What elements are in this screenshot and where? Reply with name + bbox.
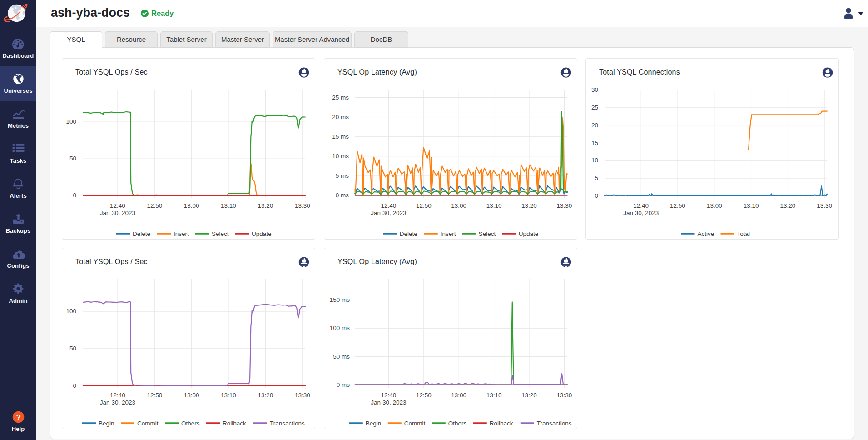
svg-text:12:40: 12:40 bbox=[381, 392, 397, 399]
svg-text:20: 20 bbox=[591, 122, 598, 129]
svg-text:13:20: 13:20 bbox=[258, 392, 273, 399]
svg-text:10 ms: 10 ms bbox=[332, 153, 349, 160]
svg-text:13:30: 13:30 bbox=[295, 202, 310, 209]
svg-text:15 ms: 15 ms bbox=[332, 133, 349, 140]
svg-text:Jan 30, 2023: Jan 30, 2023 bbox=[371, 210, 406, 216]
svg-text:0 ms: 0 ms bbox=[336, 192, 349, 199]
svg-text:YSQL Op Latency (Avg): YSQL Op Latency (Avg) bbox=[337, 258, 417, 265]
svg-text:20 ms: 20 ms bbox=[332, 114, 349, 120]
svg-text:25 ms: 25 ms bbox=[332, 94, 349, 101]
svg-text:5 ms: 5 ms bbox=[336, 172, 349, 179]
svg-text:100: 100 bbox=[66, 308, 76, 315]
svg-text:13:20: 13:20 bbox=[521, 202, 537, 209]
svg-text:5: 5 bbox=[595, 175, 598, 181]
svg-text:Total YSQL Connections: Total YSQL Connections bbox=[599, 68, 680, 76]
svg-text:13:30: 13:30 bbox=[295, 392, 310, 399]
svg-text:Begin: Begin bbox=[366, 420, 382, 427]
svg-text:13:20: 13:20 bbox=[780, 202, 796, 209]
svg-text:Commit: Commit bbox=[137, 420, 159, 427]
svg-text:13:00: 13:00 bbox=[451, 392, 466, 399]
svg-text:Total: Total bbox=[737, 230, 750, 237]
svg-text:Jan 30, 2023: Jan 30, 2023 bbox=[623, 210, 659, 216]
svg-text:?: ? bbox=[16, 413, 20, 421]
svg-text:30: 30 bbox=[591, 86, 598, 93]
svg-text:12:50: 12:50 bbox=[670, 202, 685, 209]
svg-text:0: 0 bbox=[73, 382, 76, 389]
svg-text:50: 50 bbox=[69, 155, 76, 162]
svg-text:15: 15 bbox=[591, 140, 598, 146]
svg-text:0: 0 bbox=[595, 192, 598, 199]
svg-text:12:50: 12:50 bbox=[147, 202, 162, 209]
svg-text:Delete: Delete bbox=[133, 230, 150, 237]
svg-text:150 ms: 150 ms bbox=[330, 296, 350, 303]
svg-text:13:30: 13:30 bbox=[557, 202, 572, 209]
svg-text:13:10: 13:10 bbox=[744, 202, 759, 209]
svg-text:12:50: 12:50 bbox=[416, 392, 432, 399]
svg-text:13:10: 13:10 bbox=[486, 202, 502, 209]
svg-text:50: 50 bbox=[69, 345, 76, 352]
svg-text:13:20: 13:20 bbox=[521, 392, 537, 399]
svg-text:13:00: 13:00 bbox=[707, 202, 722, 209]
svg-text:12:40: 12:40 bbox=[110, 392, 125, 399]
svg-text:12:50: 12:50 bbox=[147, 392, 162, 399]
svg-text:13:00: 13:00 bbox=[184, 392, 199, 399]
svg-text:Update: Update bbox=[519, 230, 539, 237]
svg-text:0: 0 bbox=[73, 192, 76, 199]
svg-text:Insert: Insert bbox=[441, 230, 456, 237]
svg-text:Delete: Delete bbox=[400, 230, 417, 237]
svg-text:13:30: 13:30 bbox=[557, 392, 572, 399]
svg-text:Begin: Begin bbox=[99, 420, 114, 427]
svg-text:Others: Others bbox=[448, 420, 467, 427]
svg-text:Select: Select bbox=[479, 230, 496, 237]
svg-text:25: 25 bbox=[591, 104, 598, 111]
svg-text:Update: Update bbox=[252, 230, 272, 237]
svg-text:13:10: 13:10 bbox=[221, 202, 236, 209]
svg-text:Total YSQL Ops / Sec: Total YSQL Ops / Sec bbox=[75, 68, 148, 76]
svg-text:10: 10 bbox=[591, 157, 598, 164]
svg-text:13:00: 13:00 bbox=[184, 202, 199, 209]
svg-text:Active: Active bbox=[698, 230, 714, 237]
svg-text:Others: Others bbox=[181, 420, 200, 427]
svg-text:13:00: 13:00 bbox=[451, 202, 466, 209]
svg-text:50 ms: 50 ms bbox=[333, 353, 350, 360]
svg-text:YSQL Op Latency (Avg): YSQL Op Latency (Avg) bbox=[337, 68, 417, 76]
svg-text:Jan 30, 2023: Jan 30, 2023 bbox=[100, 210, 135, 216]
svg-text:Commit: Commit bbox=[404, 420, 426, 427]
svg-text:12:40: 12:40 bbox=[381, 202, 397, 209]
svg-text:Select: Select bbox=[212, 230, 229, 237]
svg-text:12:40: 12:40 bbox=[110, 202, 125, 209]
svg-text:13:10: 13:10 bbox=[221, 392, 236, 399]
svg-text:100 ms: 100 ms bbox=[330, 325, 350, 331]
svg-text:Rollback: Rollback bbox=[223, 420, 246, 427]
svg-text:Transactions: Transactions bbox=[537, 420, 572, 427]
svg-text:Rollback: Rollback bbox=[490, 420, 513, 427]
svg-text:0 ms: 0 ms bbox=[337, 381, 350, 388]
svg-text:Insert: Insert bbox=[174, 230, 189, 237]
svg-text:12:40: 12:40 bbox=[633, 202, 649, 209]
svg-text:12:50: 12:50 bbox=[416, 202, 432, 209]
svg-text:13:30: 13:30 bbox=[817, 202, 832, 209]
svg-text:Transactions: Transactions bbox=[270, 420, 305, 427]
svg-text:Jan 30, 2023: Jan 30, 2023 bbox=[100, 399, 135, 406]
svg-text:13:20: 13:20 bbox=[258, 202, 273, 209]
svg-text:Total YSQL Ops / Sec: Total YSQL Ops / Sec bbox=[75, 258, 148, 265]
svg-text:100: 100 bbox=[66, 118, 76, 125]
svg-text:13:10: 13:10 bbox=[486, 392, 502, 399]
svg-text:Jan 30, 2023: Jan 30, 2023 bbox=[371, 399, 406, 406]
